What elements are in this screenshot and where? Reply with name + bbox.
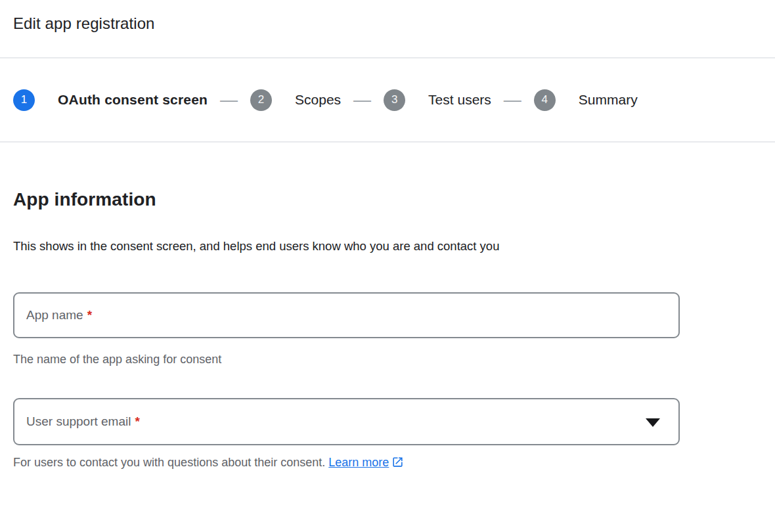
user-support-email-helper: For users to contact you with questions … (13, 455, 762, 470)
arrow-drop-down-icon (646, 418, 660, 427)
app-information-section: App information This shows in the consen… (0, 188, 775, 470)
step-4-label: Summary (579, 92, 638, 108)
step-3-circle: 3 (384, 89, 405, 111)
user-support-email-required-marker: * (135, 414, 139, 429)
page-header: Edit app registration (0, 0, 775, 58)
step-1-circle: 1 (13, 89, 35, 111)
step-3-label: Test users (428, 92, 491, 108)
open-in-new-icon[interactable] (391, 456, 404, 468)
step-separator: — (220, 91, 238, 109)
section-description: This shows in the consent screen, and he… (13, 231, 532, 261)
app-name-label: App name (26, 308, 83, 322)
user-support-email-select[interactable]: User support email * (13, 398, 680, 445)
step-test-users[interactable]: 3 Test users (384, 89, 491, 111)
step-1-label: OAuth consent screen (58, 92, 208, 108)
page-title: Edit app registration (13, 14, 762, 33)
step-summary[interactable]: 4 Summary (534, 89, 638, 111)
step-scopes[interactable]: 2 Scopes (250, 89, 341, 111)
app-name-helper-text: The name of the app asking for consent (13, 352, 762, 367)
step-2-circle: 2 (250, 89, 272, 111)
section-heading: App information (13, 188, 762, 210)
step-separator: — (353, 91, 371, 109)
step-4-circle: 4 (534, 89, 556, 111)
step-oauth-consent-screen[interactable]: 1 OAuth consent screen (13, 89, 208, 111)
step-2-label: Scopes (295, 92, 341, 108)
app-name-input[interactable]: App name * (13, 292, 680, 338)
step-separator: — (504, 91, 521, 109)
wizard-stepper: 1 OAuth consent screen — 2 Scopes — 3 Te… (0, 58, 775, 143)
user-support-email-label: User support email (26, 414, 131, 429)
learn-more-link[interactable]: Learn more (328, 456, 389, 469)
user-support-email-helper-text: For users to contact you with questions … (13, 456, 325, 469)
app-name-required-marker: * (87, 308, 92, 322)
